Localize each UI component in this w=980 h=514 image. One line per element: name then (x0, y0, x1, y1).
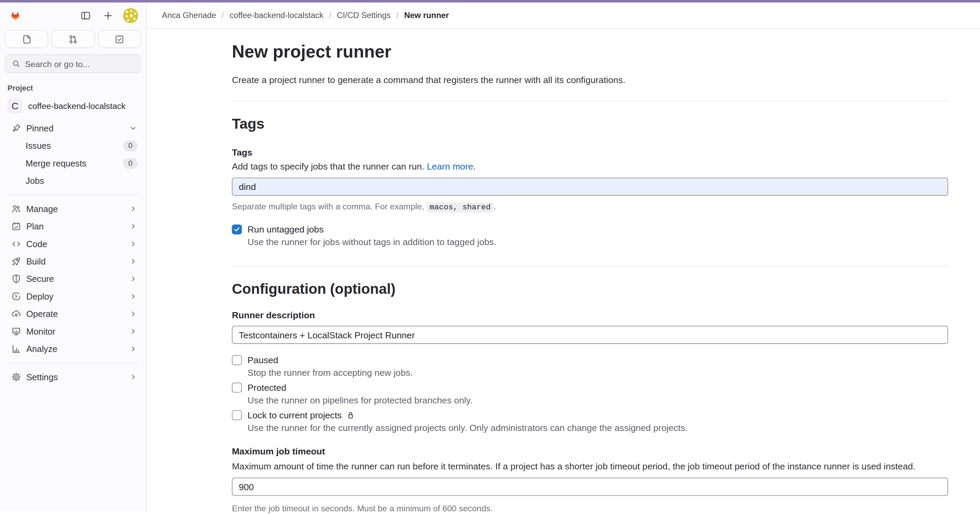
sidebar-item-label: Manage (26, 204, 58, 214)
sidebar-item-build[interactable]: Build (5, 253, 141, 270)
paused-checkbox[interactable] (232, 355, 242, 365)
chevron-right-icon (129, 222, 137, 231)
search-input[interactable]: Search or go to... (5, 54, 141, 73)
run-untagged-checkbox[interactable] (232, 224, 242, 234)
sidebar-item-manage[interactable]: Manage (5, 200, 141, 218)
lock-checkbox[interactable] (232, 410, 242, 420)
breadcrumb-current: New runner (404, 11, 449, 20)
chevron-right-icon (129, 344, 137, 353)
sidebar-item-label: Pinned (26, 123, 53, 133)
sidebar-item-label: Issues (25, 141, 51, 150)
sidebar-divider (8, 363, 139, 363)
chevron-right-icon (129, 239, 137, 248)
sidebar-item-pinned[interactable]: Pinned (5, 119, 141, 137)
merge-requests-count-badge: 0 (123, 158, 137, 169)
page-title: New project runner (232, 41, 948, 62)
create-new-button[interactable] (100, 8, 116, 24)
user-avatar-button[interactable] (123, 8, 139, 24)
plus-icon (103, 11, 113, 21)
gear-icon (11, 372, 21, 382)
sidebar-item-merge-requests[interactable]: Merge requests 0 (5, 154, 141, 172)
tags-hint: Separate multiple tags with a comma. For… (232, 201, 948, 213)
search-placeholder: Search or go to... (25, 59, 89, 69)
sidebar-item-label: Settings (26, 372, 58, 382)
tags-example-code: macos, shared (426, 202, 494, 212)
chevron-down-icon (129, 124, 137, 133)
lock-icon (346, 411, 355, 420)
protected-checkbox[interactable] (232, 383, 242, 393)
sidebar-item-code[interactable]: Code (5, 235, 141, 253)
configuration-section-heading: Configuration (optional) (232, 280, 948, 298)
gitlab-new-runner-page: Search or go to... Project C coffee-back… (0, 0, 980, 514)
sidebar-section-label: Project (8, 84, 139, 92)
window-top-strip (0, 0, 980, 2)
rocket-icon (11, 256, 21, 266)
chevron-right-icon (129, 309, 137, 318)
breadcrumb-project[interactable]: coffee-backend-localstack (230, 11, 324, 20)
breadcrumb-separator: / (396, 11, 399, 20)
sidebar-item-analyze[interactable]: Analyze (5, 340, 141, 357)
timeout-input[interactable] (232, 477, 948, 496)
tags-input[interactable] (232, 178, 948, 196)
project-name: coffee-backend-localstack (28, 101, 126, 111)
sidebar-toggle-button[interactable] (78, 8, 94, 24)
sidebar-item-plan[interactable]: Plan (5, 218, 141, 235)
paused-checkbox-row: Paused (232, 355, 948, 365)
breadcrumb-group[interactable]: Anca Ghenade (162, 11, 216, 20)
tags-section-heading: Tags (232, 115, 948, 132)
code-icon (11, 239, 21, 249)
paused-label[interactable]: Paused (247, 355, 278, 365)
protected-label[interactable]: Protected (247, 383, 286, 393)
shield-icon (11, 274, 21, 283)
sidebar-item-label: Plan (26, 221, 43, 231)
section-divider (232, 266, 948, 267)
sidebar-item-secure[interactable]: Secure (5, 270, 141, 287)
merge-request-icon (68, 34, 78, 44)
breadcrumb-separator: / (222, 11, 224, 20)
sidebar-item-label: Operate (26, 309, 58, 318)
users-icon (11, 204, 21, 214)
chart-icon (11, 344, 21, 354)
issues-count-badge: 0 (123, 140, 137, 151)
sidebar-item-label: Build (26, 256, 46, 266)
gitlab-logo[interactable] (8, 8, 23, 24)
search-icon (12, 59, 21, 68)
check-icon (233, 226, 240, 233)
sidebar-divider (8, 194, 139, 195)
todo-list-shortcut-button[interactable] (98, 30, 141, 48)
avatar (123, 8, 138, 23)
lock-help: Use the runner for the currently assigne… (247, 422, 948, 434)
tags-help-period: . (473, 161, 476, 171)
cloud-pod-icon (11, 309, 21, 318)
chevron-right-icon (129, 373, 137, 382)
sidebar-item-settings[interactable]: Settings (5, 368, 141, 386)
sidebar-item-label: Secure (26, 274, 54, 283)
tags-hint-period: . (494, 202, 496, 212)
sidebar-item-issues[interactable]: Issues 0 (5, 137, 141, 154)
merge-requests-shortcut-button[interactable] (51, 30, 95, 48)
sidebar-item-label: Merge requests (25, 158, 86, 168)
sidebar-item-deploy[interactable]: Deploy (5, 288, 141, 305)
run-untagged-checkbox-row: Run untagged jobs (232, 224, 948, 234)
lock-checkbox-row: Lock to current projects (232, 410, 948, 420)
todo-check-icon (115, 34, 124, 44)
breadcrumb-bar: Anca Ghenade / coffee-backend-localstack… (147, 2, 980, 29)
run-untagged-label[interactable]: Run untagged jobs (247, 224, 324, 234)
learn-more-link[interactable]: Learn more (427, 161, 473, 171)
project-avatar: C (8, 98, 22, 113)
breadcrumb-cicd-settings[interactable]: CI/CD Settings (337, 11, 391, 20)
sidebar-item-monitor[interactable]: Monitor (5, 323, 141, 340)
lock-label[interactable]: Lock to current projects (247, 410, 342, 420)
issues-shortcut-button[interactable] (5, 30, 48, 48)
sidebar-item-jobs[interactable]: Jobs (5, 172, 141, 189)
timeout-label: Maximum job timeout (232, 446, 948, 457)
runner-description-input[interactable] (232, 326, 948, 344)
run-untagged-help: Use the runner for jobs without tags in … (247, 236, 948, 248)
chevron-right-icon (129, 205, 137, 213)
monitor-icon (11, 326, 21, 336)
page-subtitle: Create a project runner to generate a co… (232, 74, 948, 86)
sidebar-item-project[interactable]: C coffee-backend-localstack (5, 95, 141, 116)
sidebar-item-operate[interactable]: Operate (5, 305, 141, 322)
breadcrumb-separator: / (329, 11, 331, 20)
sidebar-item-label: Jobs (25, 176, 44, 186)
